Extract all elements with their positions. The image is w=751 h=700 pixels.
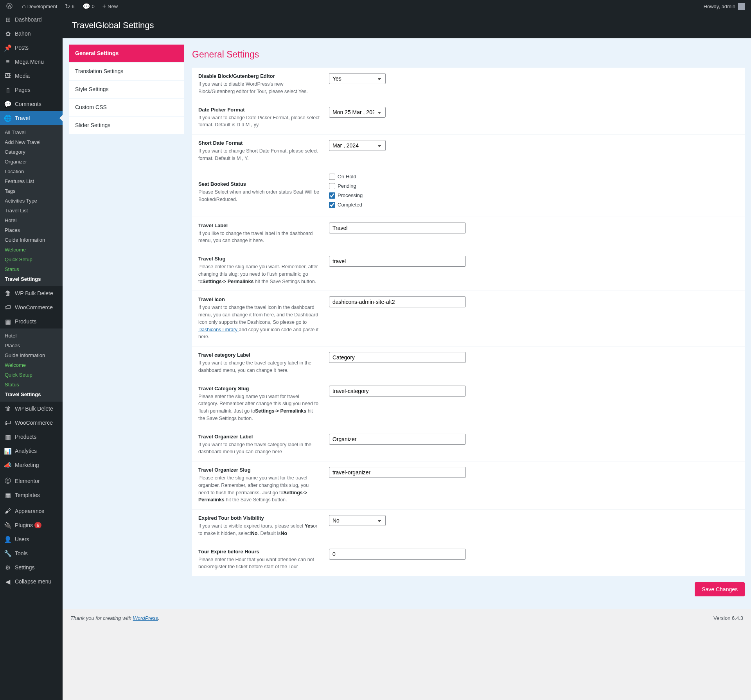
adminmenu-label: Tools xyxy=(15,550,28,556)
my-account[interactable]: Howdy, admin xyxy=(701,0,748,13)
adminmenu-item-users[interactable]: 👤Users xyxy=(0,532,63,546)
updates[interactable]: ↻6 xyxy=(62,0,77,13)
settings-nav-translation-settings[interactable]: Translation Settings xyxy=(69,63,184,80)
wp-bulk-delete-icon: 🗑 xyxy=(4,405,12,413)
submenu-item-places[interactable]: Places xyxy=(0,341,63,350)
adminmenu-item-wp-bulk-delete[interactable]: 🗑WP Bulk Delete xyxy=(0,286,63,300)
adminmenu-item-templates[interactable]: ▦Templates xyxy=(0,488,63,502)
input-travel-organizer-label[interactable] xyxy=(329,434,466,445)
input-travel-category-slug[interactable] xyxy=(329,386,466,397)
adminmenu-item-marketing[interactable]: 📣Marketing xyxy=(0,458,63,472)
adminmenu-item-products[interactable]: ▦Products xyxy=(0,430,63,444)
select-date-picker[interactable]: Mon 25 Mar , 2024 xyxy=(329,107,386,118)
adminmenu-item-tools[interactable]: 🔧Tools xyxy=(0,546,63,560)
submenu-item-hotel[interactable]: Hotel xyxy=(0,215,63,225)
submenu-item-welcome[interactable]: Welcome xyxy=(0,245,63,255)
submenu-item-status[interactable]: Status xyxy=(0,264,63,274)
submenu-item-travel-settings[interactable]: Travel Settings xyxy=(0,389,63,399)
adminmenu-item-wp-bulk-delete[interactable]: 🗑WP Bulk Delete xyxy=(0,402,63,416)
select-expired-tour[interactable]: No xyxy=(329,515,386,526)
input-travel-slug[interactable] xyxy=(329,256,466,267)
select-disable-block[interactable]: Yes xyxy=(329,73,386,84)
adminmenu-item-settings[interactable]: ⚙Settings xyxy=(0,560,63,574)
adminmenu-item-elementor[interactable]: ⒺElementor xyxy=(0,474,63,488)
submenu-item-travel-settings[interactable]: Travel Settings xyxy=(0,274,63,284)
adminmenu-item-woocommerce[interactable]: 🏷WooCommerce xyxy=(0,416,63,430)
settings-nav-style-settings[interactable]: Style Settings xyxy=(69,81,184,98)
adminmenu-label: Users xyxy=(15,536,29,542)
checkbox-label: Completed xyxy=(338,202,362,208)
submenu-item-quick-setup[interactable]: Quick Setup xyxy=(0,370,63,380)
input-travel-label[interactable] xyxy=(329,223,466,233)
settings-nav-custom-css[interactable]: Custom CSS xyxy=(69,99,184,116)
label-expired-tour-title: Expired Tour both Visibility xyxy=(198,515,320,521)
input-travel-category-label[interactable] xyxy=(329,352,466,363)
adminmenu-item-media[interactable]: 🖼Media xyxy=(0,69,63,83)
adminmenu-item-analytics[interactable]: 📊Analytics xyxy=(0,444,63,458)
adminmenu-item-mega-menu[interactable]: ≡Mega Menu xyxy=(0,55,63,69)
comments[interactable]: 💬0 xyxy=(79,0,98,13)
submenu-item-guide-information[interactable]: Guide Information xyxy=(0,350,63,360)
row-date-picker: Date Picker Format If you want to change… xyxy=(192,101,745,135)
checkbox-label: Pending xyxy=(338,183,356,189)
adminmenu-item-woocommerce[interactable]: 🏷WooCommerce xyxy=(0,300,63,314)
submenu-item-places[interactable]: Places xyxy=(0,225,63,235)
adminmenu-label: Posts xyxy=(15,45,29,51)
submenu-item-all-travel[interactable]: All Travel xyxy=(0,127,63,137)
adminmenu-label: Plugins xyxy=(15,522,33,528)
submenu-item-features-list[interactable]: Features List xyxy=(0,176,63,186)
input-travel-icon[interactable] xyxy=(329,296,466,307)
label-short-date-title: Short Date Format xyxy=(198,140,320,146)
site-name[interactable]: ⌂Development xyxy=(19,0,60,13)
dashicons-link[interactable]: Dashicons Library xyxy=(198,327,239,332)
save-button[interactable]: Save Changes xyxy=(695,582,745,596)
submenu-item-add-new-travel[interactable]: Add New Travel xyxy=(0,137,63,147)
adminmenu-label: WooCommerce xyxy=(15,420,53,426)
adminmenu-item-bahon[interactable]: ✿Bahon xyxy=(0,27,63,41)
version-label: Version 6.4.3 xyxy=(713,615,743,621)
row-tour-expire-hours: Tour Expire before Hours Please enter th… xyxy=(192,543,745,576)
submenu-item-activities-type[interactable]: Activities Type xyxy=(0,196,63,206)
input-tour-expire-hours[interactable] xyxy=(329,549,466,560)
submenu-item-location[interactable]: Location xyxy=(0,167,63,176)
adminmenu-item-plugins[interactable]: 🔌Plugins6 xyxy=(0,518,63,532)
adminmenu-item-posts[interactable]: 📌Posts xyxy=(0,41,63,55)
submenu-item-travel-list[interactable]: Travel List xyxy=(0,206,63,215)
checkbox-row-processing: Processing xyxy=(329,192,466,199)
select-short-date[interactable]: Mar , 2024 xyxy=(329,140,386,151)
adminmenu-item-appearance[interactable]: 🖌Appearance xyxy=(0,504,63,518)
adminmenu-item-products[interactable]: ▦Products xyxy=(0,314,63,328)
submenu-item-guide-information[interactable]: Guide Information xyxy=(0,235,63,245)
wordpress-link[interactable]: WordPress xyxy=(133,615,158,621)
settings-nav: General SettingsTranslation SettingsStyl… xyxy=(69,45,184,603)
label-travel-category-label-desc: If you want to change the travel categor… xyxy=(198,359,320,374)
tools-icon: 🔧 xyxy=(4,549,12,557)
submenu-item-welcome[interactable]: Welcome xyxy=(0,360,63,370)
adminmenu-item-travel[interactable]: 🌐Travel xyxy=(0,111,63,125)
submenu-item-hotel[interactable]: Hotel xyxy=(0,331,63,341)
submenu-item-category[interactable]: Category xyxy=(0,147,63,157)
settings-nav-general-settings[interactable]: General Settings xyxy=(69,45,184,62)
adminmenu-item-dashboard[interactable]: ⊞Dashboard xyxy=(0,13,63,27)
submenu-item-organizer[interactable]: Organizer xyxy=(0,157,63,167)
checkbox-processing[interactable] xyxy=(329,192,335,199)
adminmenu-item-comments[interactable]: 💬Comments xyxy=(0,97,63,111)
new-content[interactable]: +New xyxy=(99,0,121,13)
checkbox-on-hold[interactable] xyxy=(329,174,335,180)
settings-nav-slider-settings[interactable]: Slider Settings xyxy=(69,117,184,134)
adminmenu-label: Analytics xyxy=(15,448,37,454)
wp-logo[interactable]: ⓦ xyxy=(3,0,17,13)
adminmenu-item-pages[interactable]: ▯Pages xyxy=(0,83,63,97)
adminmenu-label: WP Bulk Delete xyxy=(15,290,53,296)
input-travel-organizer-slug[interactable] xyxy=(329,467,466,478)
checkbox-pending[interactable] xyxy=(329,183,335,189)
submenu-item-status[interactable]: Status xyxy=(0,380,63,389)
comments-icon: 💬 xyxy=(4,100,12,108)
adminmenu-label: Elementor xyxy=(15,478,40,484)
submenu-item-tags[interactable]: Tags xyxy=(0,186,63,196)
label-travel-organizer-slug-desc: Please enter the slug name you want for … xyxy=(198,474,320,504)
checkbox-completed[interactable] xyxy=(329,202,335,208)
submenu-item-quick-setup[interactable]: Quick Setup xyxy=(0,255,63,264)
adminmenu-item-collapse-menu[interactable]: ◀Collapse menu xyxy=(0,574,63,589)
media-icon: 🖼 xyxy=(4,72,12,80)
